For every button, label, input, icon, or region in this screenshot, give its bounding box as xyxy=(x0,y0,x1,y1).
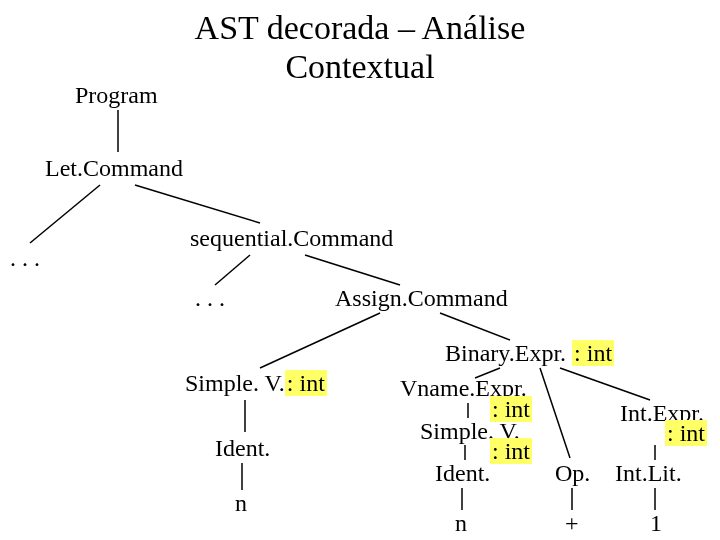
node-one: 1 xyxy=(650,510,662,537)
node-simplev-left: Simple. V.: int xyxy=(185,370,327,397)
node-ident-left: Ident. xyxy=(215,435,270,462)
svg-line-2 xyxy=(135,185,260,223)
slide-title: AST decorada – Análise Contextual xyxy=(150,8,570,86)
svg-line-4 xyxy=(305,255,400,285)
node-assign-command: Assign.Command xyxy=(335,285,508,312)
type-annotation: : int xyxy=(285,370,327,396)
node-let-command: Let.Command xyxy=(45,155,183,182)
type-annotation: : int xyxy=(572,340,614,366)
type-annotation: : int xyxy=(490,438,532,464)
node-simplev-right-type: : int xyxy=(490,438,532,465)
node-int-expr-type: : int xyxy=(665,420,707,447)
svg-line-6 xyxy=(440,313,510,340)
node-dots-mid: . . . xyxy=(195,285,225,312)
svg-line-10 xyxy=(540,368,570,458)
node-n-right: n xyxy=(455,510,467,537)
node-op: Op. xyxy=(555,460,590,487)
svg-line-3 xyxy=(215,255,250,285)
title-line1: AST decorada – Análise xyxy=(195,9,526,46)
node-n-left: n xyxy=(235,490,247,517)
svg-line-1 xyxy=(30,185,100,243)
svg-line-11 xyxy=(560,368,650,400)
node-binary-expr: Binary.Expr. : int xyxy=(445,340,614,367)
node-plus: + xyxy=(565,510,579,537)
node-ident-right: Ident. xyxy=(435,460,490,487)
svg-line-5 xyxy=(260,313,380,368)
type-annotation: : int xyxy=(665,420,707,446)
title-line2: Contextual xyxy=(285,48,434,85)
node-int-lit: Int.Lit. xyxy=(615,460,682,487)
node-dots-left: . . . xyxy=(10,245,40,272)
node-sequential-command: sequential.Command xyxy=(190,225,393,252)
node-program: Program xyxy=(75,82,158,109)
